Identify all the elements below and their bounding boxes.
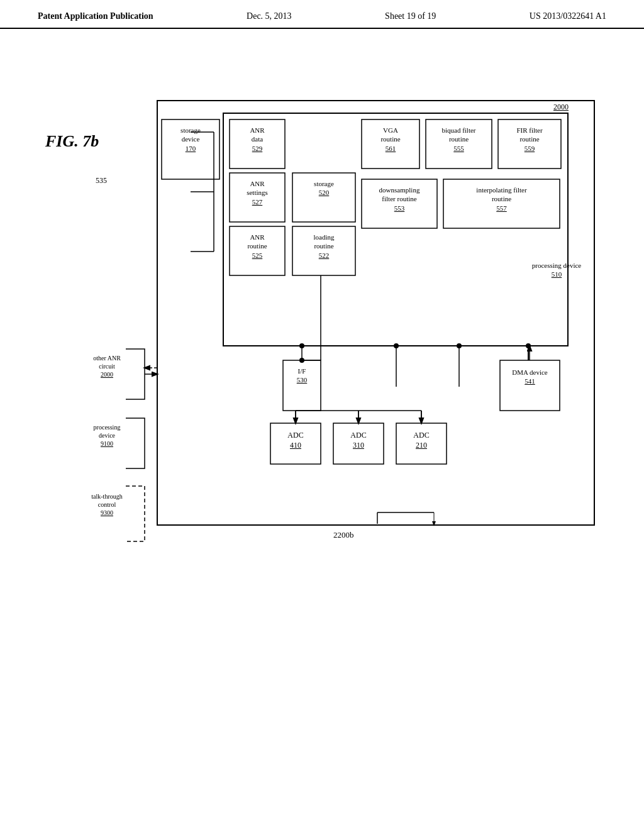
talk-through-label: talk-throughcontrol9300 bbox=[69, 492, 145, 517]
proc-9100-label: processingdevice9100 bbox=[69, 423, 145, 448]
svg-point-41 bbox=[526, 343, 531, 348]
svg-point-38 bbox=[299, 343, 304, 348]
vga-routine-label: VGAroutine561 bbox=[362, 126, 419, 153]
proc-2000-label: 2000 bbox=[553, 102, 569, 113]
page-header: Patent Application Publication Dec. 5, 2… bbox=[0, 0, 644, 29]
storage-520-label: storage520 bbox=[292, 179, 355, 197]
loading-routine-label: loadingroutine522 bbox=[292, 233, 355, 260]
other-anr-label: other ANRcircuit2000 bbox=[69, 354, 145, 379]
svg-point-40 bbox=[457, 343, 462, 348]
sheet-label: Sheet 19 of 19 bbox=[385, 11, 436, 21]
adc-310-label: ADC310 bbox=[333, 431, 384, 450]
svg-point-44 bbox=[299, 358, 304, 363]
fir-filter-label: FIR filterroutine559 bbox=[498, 126, 561, 153]
anr-settings-label: ANRsettings527 bbox=[230, 179, 285, 206]
adc-210-label: ADC210 bbox=[396, 431, 447, 450]
adc-410-label: ADC410 bbox=[270, 431, 321, 450]
date-label: Dec. 5, 2013 bbox=[247, 11, 292, 21]
publication-label: Patent Application Publication bbox=[38, 11, 153, 21]
anr-data-label: ANRdata529 bbox=[230, 126, 285, 153]
proc-510-label: processing device510 bbox=[525, 261, 588, 279]
if-530-label: I/F530 bbox=[283, 367, 321, 385]
bracket-535-label: 535 bbox=[96, 176, 107, 185]
storage-170-label: storagedevice170 bbox=[162, 126, 219, 153]
interpolating-label: interpolating filterroutine557 bbox=[443, 185, 560, 213]
svg-rect-0 bbox=[157, 101, 594, 525]
label-2200b: 2200b bbox=[333, 530, 354, 540]
biquad-filter-label: biquad filterroutine555 bbox=[426, 126, 492, 153]
diagram-container: ANRdata529 ANRsettings527 ANRroutine525 … bbox=[126, 97, 604, 663]
patent-number-label: US 2013/0322641 A1 bbox=[530, 11, 606, 21]
svg-point-39 bbox=[394, 343, 399, 348]
anr-routine-label: ANRroutine525 bbox=[230, 233, 285, 260]
downsampling-label: downsamplingfilter routine553 bbox=[362, 185, 437, 213]
figure-label: FIG. 7b bbox=[45, 132, 99, 151]
dma-541-label: DMA device541 bbox=[500, 368, 560, 386]
